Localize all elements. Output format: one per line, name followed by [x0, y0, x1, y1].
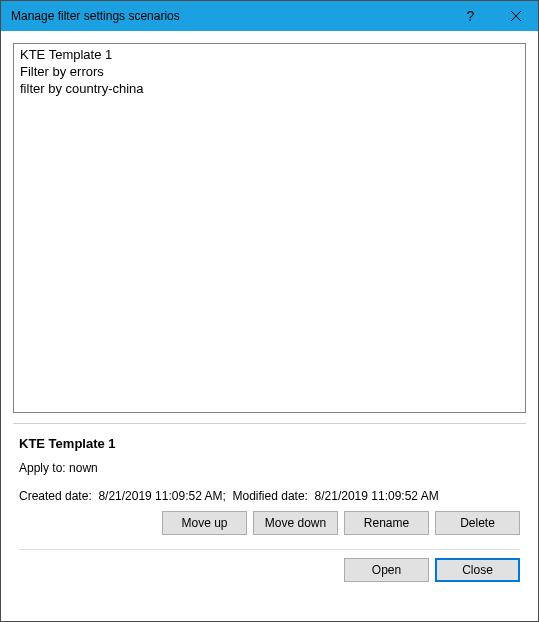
titlebar: Manage filter settings scenarios ? — [1, 1, 538, 31]
window-title: Manage filter settings scenarios — [11, 9, 448, 23]
details-apply-to: Apply to: nown — [19, 461, 520, 475]
move-up-button[interactable]: Move up — [162, 511, 247, 535]
details-panel: KTE Template 1 Apply to: nown Created da… — [13, 423, 526, 582]
created-date-label: Created date: — [19, 489, 92, 503]
help-button[interactable]: ? — [448, 1, 493, 31]
close-icon — [511, 11, 521, 21]
open-button[interactable]: Open — [344, 558, 429, 582]
apply-to-value: nown — [69, 461, 98, 475]
dialog-button-row: Open Close — [19, 549, 520, 582]
rename-button[interactable]: Rename — [344, 511, 429, 535]
list-item[interactable]: Filter by errors — [18, 63, 521, 80]
close-window-button[interactable] — [493, 1, 538, 31]
close-button[interactable]: Close — [435, 558, 520, 582]
details-dates: Created date: 8/21/2019 11:09:52 AM; Mod… — [19, 489, 520, 503]
delete-button[interactable]: Delete — [435, 511, 520, 535]
dialog-content: KTE Template 1 Filter by errors filter b… — [1, 31, 538, 621]
titlebar-controls: ? — [448, 1, 538, 31]
date-separator: ; — [223, 489, 226, 503]
details-title: KTE Template 1 — [19, 436, 520, 451]
apply-to-label: Apply to: — [19, 461, 66, 475]
scenarios-listbox[interactable]: KTE Template 1 Filter by errors filter b… — [13, 43, 526, 413]
action-button-row: Move up Move down Rename Delete — [19, 511, 520, 535]
list-item[interactable]: KTE Template 1 — [18, 46, 521, 63]
modified-date-value: 8/21/2019 11:09:52 AM — [315, 489, 439, 503]
created-date-value: 8/21/2019 11:09:52 AM — [98, 489, 222, 503]
list-item[interactable]: filter by country-china — [18, 80, 521, 97]
move-down-button[interactable]: Move down — [253, 511, 338, 535]
modified-date-label: Modified date: — [233, 489, 308, 503]
